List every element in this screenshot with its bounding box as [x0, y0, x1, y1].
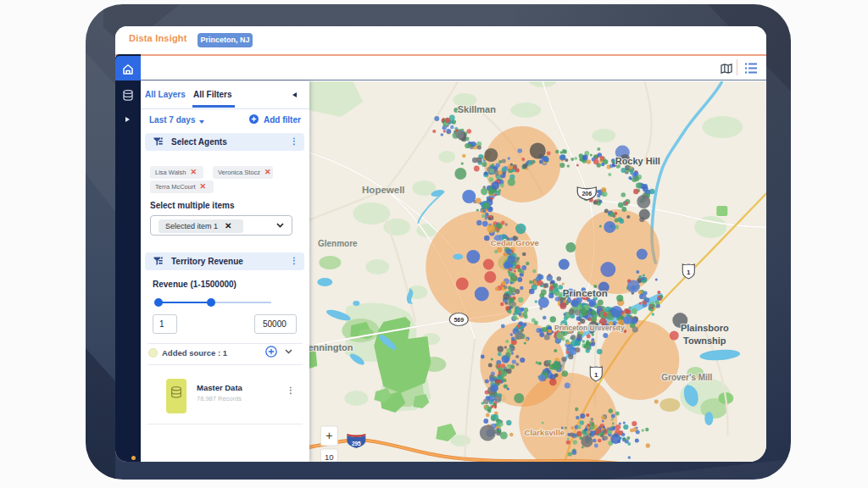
svg-text:1: 1	[687, 269, 691, 276]
svg-text:Plainsboro: Plainsboro	[681, 323, 729, 333]
svg-text:+: +	[326, 429, 332, 442]
svg-text:206: 206	[581, 191, 592, 197]
svg-text:Grover's Mill: Grover's Mill	[661, 373, 712, 382]
svg-text:Hopewell: Hopewell	[362, 185, 404, 195]
svg-text:295: 295	[352, 441, 361, 446]
svg-text:Princeton: Princeton	[563, 288, 608, 298]
svg-text:569: 569	[453, 317, 464, 323]
svg-text:Rocky Hill: Rocky Hill	[615, 156, 660, 166]
svg-text:Princeton University: Princeton University	[554, 324, 625, 332]
svg-text:Pennington: Pennington	[309, 342, 353, 352]
svg-text:Cedar Grove: Cedar Grove	[491, 238, 539, 247]
svg-text:Township: Township	[683, 336, 726, 346]
svg-text:Glenmore: Glenmore	[318, 239, 358, 248]
svg-text:Clarksville: Clarksville	[525, 428, 565, 437]
svg-text:1: 1	[594, 371, 598, 379]
svg-text:10: 10	[325, 452, 334, 462]
svg-text:Skillman: Skillman	[458, 104, 497, 114]
